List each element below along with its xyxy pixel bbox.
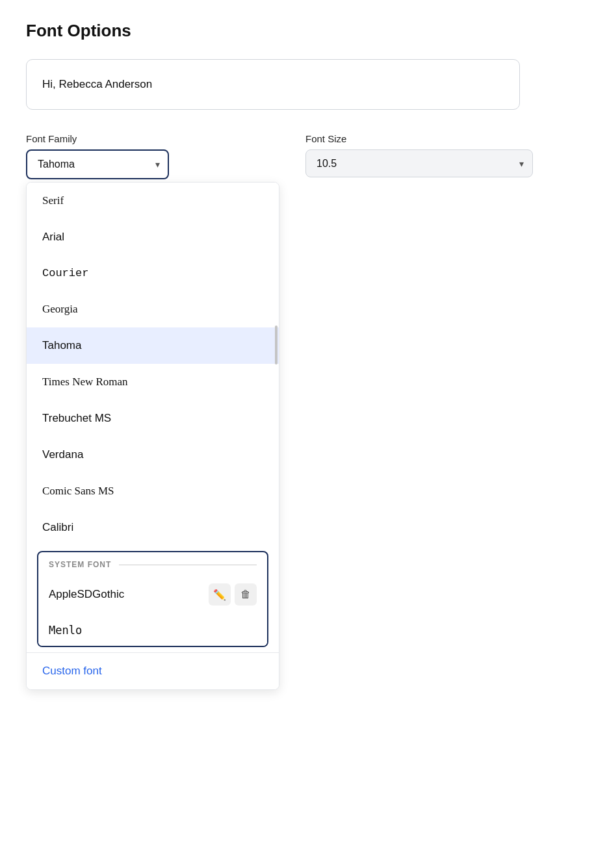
font-option-verdana[interactable]: Verdana (27, 437, 279, 473)
font-option-times[interactable]: Times New Roman (27, 364, 279, 400)
preview-text: Hi, Rebecca Anderson (42, 78, 152, 90)
delete-applesd-button[interactable]: 🗑 (235, 583, 257, 606)
edit-applesd-button[interactable]: ✏️ (209, 583, 231, 606)
font-family-selected[interactable]: Tahoma (26, 149, 169, 179)
font-family-dropdown-menu: Serif Arial Courier Georgia Tahoma Times… (26, 182, 279, 690)
font-size-select[interactable]: 8 9 10 10.5 11 12 14 16 18 20 24 28 36 4… (305, 149, 533, 177)
trash-icon: 🗑 (240, 589, 251, 600)
system-font-divider (119, 565, 257, 565)
scrollbar[interactable] (275, 326, 278, 364)
preview-box: Hi, Rebecca Anderson (26, 59, 520, 110)
font-option-applesd[interactable]: AppleSDGothic ✏️ 🗑 (38, 574, 267, 615)
system-font-header: SYSTEM FONT (38, 552, 267, 574)
font-option-tahoma[interactable]: Tahoma (27, 327, 279, 364)
font-option-trebuchet[interactable]: Trebuchet MS (27, 400, 279, 437)
page-title: Font Options (26, 21, 568, 41)
font-option-georgia[interactable]: Georgia (27, 291, 279, 327)
font-family-control: Font Family Tahoma ▾ Serif Arial Courier (26, 133, 279, 690)
system-font-section: SYSTEM FONT AppleSDGothic ✏️ 🗑 (37, 551, 268, 647)
system-font-label: SYSTEM FONT (49, 560, 111, 569)
font-size-label: Font Size (305, 133, 533, 144)
font-size-select-wrapper: 8 9 10 10.5 11 12 14 16 18 20 24 28 36 4… (305, 149, 533, 177)
font-family-dropdown-area: Tahoma ▾ Serif Arial Courier Georgia (26, 149, 279, 690)
font-family-select-wrapper: Tahoma ▾ (26, 149, 169, 179)
font-option-serif[interactable]: Serif (27, 183, 279, 219)
custom-font-button[interactable]: Custom font (27, 652, 279, 689)
font-option-menlo[interactable]: Menlo (38, 615, 267, 646)
system-font-section-wrapper: SYSTEM FONT AppleSDGothic ✏️ 🗑 (27, 546, 279, 652)
font-family-label: Font Family (26, 133, 279, 144)
edit-icon: ✏️ (213, 589, 226, 601)
font-size-control: Font Size 8 9 10 10.5 11 12 14 16 18 20 … (305, 133, 533, 177)
font-option-courier[interactable]: Courier (27, 255, 279, 291)
font-option-calibri[interactable]: Calibri (27, 509, 279, 546)
font-option-arial[interactable]: Arial (27, 219, 279, 255)
font-option-comicsans[interactable]: Comic Sans MS (27, 473, 279, 509)
